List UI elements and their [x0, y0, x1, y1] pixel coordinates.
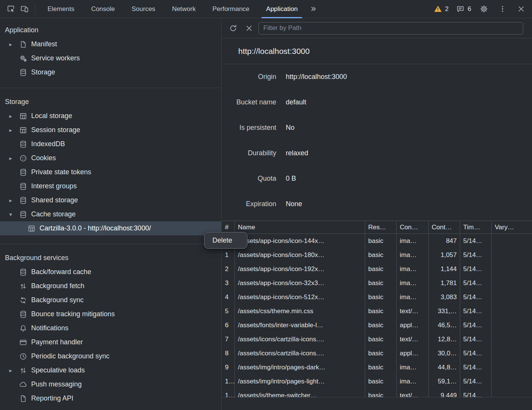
cell-time-cached: 5/14…: [460, 332, 492, 346]
chat-bubble-icon: [456, 2, 466, 16]
sidebar-item-background-fetch[interactable]: Background fetch: [0, 279, 221, 293]
column-header-content-type[interactable]: Con…: [397, 221, 429, 233]
cache-entry-row[interactable]: 6/assets/fonts/inter-variable-l…basicapp…: [222, 318, 532, 332]
message-count: 6: [468, 5, 471, 13]
cell-response-type: basic: [365, 304, 397, 318]
chevron-right-icon[interactable]: ▸: [5, 41, 16, 48]
chevron-right-icon[interactable]: ▸: [5, 155, 16, 162]
kebab-menu-icon[interactable]: [493, 2, 512, 16]
refresh-icon[interactable]: [226, 21, 239, 35]
sidebar-item-reporting-api[interactable]: Reporting API: [0, 391, 221, 405]
cache-table-header: #NameRes…Con…Cont…Tim…Vary…: [222, 221, 532, 234]
tab-sources[interactable]: Sources: [123, 0, 163, 18]
cell-content-type: ima…: [397, 374, 429, 388]
chevron-right-icon[interactable]: ▸: [5, 113, 16, 120]
sidebar-item-cookies[interactable]: ▸Cookies: [0, 151, 221, 165]
sidebar-item-push-messaging[interactable]: Push messaging: [0, 377, 221, 391]
sidebar-item-periodic-background-sync[interactable]: Periodic background sync: [0, 349, 221, 363]
cache-entry-row[interactable]: 4/assets/app-icons/icon-512x…basicima…3,…: [222, 290, 532, 304]
clear-filter-icon[interactable]: [242, 21, 255, 35]
cell-content-length: 3,083: [429, 290, 460, 304]
tab-performance[interactable]: Performance: [204, 0, 258, 18]
sidebar-item-cartzilla-3-0-0-http-localhost-3000[interactable]: Cartzilla-3.0.0 - http://localhost:3000/: [0, 221, 221, 235]
sidebar-item-label: Reporting API: [31, 394, 73, 402]
sidebar-item-background-sync[interactable]: Background sync: [0, 293, 221, 307]
column-header-content-length[interactable]: Cont…: [429, 221, 460, 233]
settings-gear-icon[interactable]: [475, 2, 493, 16]
devtools-toolbar: ElementsConsoleSourcesNetworkPerformance…: [0, 0, 532, 18]
cache-entry-row[interactable]: 1…/assets/img/intro/pages-light…basicima…: [222, 374, 532, 388]
sidebar-item-notifications[interactable]: Notifications: [0, 321, 221, 335]
sidebar-item-bounce-tracking-mitigations[interactable]: Bounce tracking mitigations: [0, 307, 221, 321]
sidebar-item-private-state-tokens[interactable]: Private state tokens: [0, 165, 221, 179]
sidebar-item-back-forward-cache[interactable]: Back/forward cache: [0, 265, 221, 279]
table-icon: [19, 112, 28, 121]
cell-vary-header: [492, 248, 532, 262]
cell-response-type: basic: [365, 248, 397, 262]
cell-name: /assets/app-icons/icon-192x…: [235, 262, 365, 276]
cell-name: /assets/app-icons/icon-180x…: [235, 248, 365, 262]
tab-network[interactable]: Network: [164, 0, 204, 18]
column-header-response-type[interactable]: Res…: [365, 221, 397, 233]
database-icon: [19, 182, 28, 191]
cache-entry-row[interactable]: 3/assets/app-icons/icon-32x3…basicima…1,…: [222, 276, 532, 290]
sidebar-item-service-workers[interactable]: Service workers: [0, 51, 221, 65]
sidebar-item-interest-groups[interactable]: Interest groups: [0, 179, 221, 193]
messages-badge[interactable]: 6: [452, 2, 475, 16]
tab-application[interactable]: Application: [258, 0, 306, 18]
sidebar-item-session-storage[interactable]: ▸Session storage: [0, 123, 221, 137]
sidebar-item-local-storage[interactable]: ▸Local storage: [0, 109, 221, 123]
cache-entry-row[interactable]: 0/assets/app-icons/icon-144x…basicima…84…: [222, 234, 532, 248]
sidebar-item-manifest[interactable]: ▸Manifest: [0, 37, 221, 51]
close-icon[interactable]: [512, 2, 530, 16]
chevron-right-icon[interactable]: ▸: [5, 367, 16, 374]
cell-response-type: basic: [365, 290, 397, 304]
sidebar-item-shared-storage[interactable]: ▸Shared storage: [0, 193, 221, 207]
tab-overflow-button[interactable]: [306, 2, 320, 16]
cache-entry-row[interactable]: 1…/assets/js/theme-switcher…basictext/…9…: [222, 388, 532, 397]
cache-entry-row[interactable]: 1/assets/app-icons/icon-180x…basicima…1,…: [222, 248, 532, 262]
meta-value: default: [286, 98, 532, 106]
database-icon: [19, 140, 28, 149]
sidebar-item-speculative-loads[interactable]: ▸Speculative loads: [0, 363, 221, 377]
chevron-right-icon[interactable]: ▸: [5, 197, 16, 204]
cell-time-cached: 5/14…: [460, 234, 492, 248]
context-menu-delete[interactable]: Delete: [212, 237, 232, 244]
sidebar-item-storage[interactable]: Storage: [0, 65, 221, 79]
database-icon: [19, 210, 28, 219]
column-header-vary-header[interactable]: Vary…: [492, 221, 532, 233]
column-header-time-cached[interactable]: Tim…: [460, 221, 492, 233]
chevron-down-icon[interactable]: ▾: [5, 211, 16, 218]
cell-vary-header: [492, 360, 532, 374]
cell-vary-header: [492, 276, 532, 290]
warnings-badge[interactable]: 2: [429, 2, 452, 16]
chevron-right-icon[interactable]: ▸: [5, 127, 16, 134]
tab-console[interactable]: Console: [83, 0, 123, 18]
cell-index: 2: [222, 262, 235, 276]
cell-vary-header: [492, 374, 532, 388]
section-title-application: Application: [0, 23, 221, 37]
cache-entry-row[interactable]: 5/assets/css/theme.min.cssbasictext/…331…: [222, 304, 532, 318]
sidebar-item-label: Cookies: [31, 154, 56, 162]
cell-response-type: basic: [365, 318, 397, 332]
cache-entry-row[interactable]: 8/assets/icons/cartzilla-icons.…basicapp…: [222, 346, 532, 360]
cloud-icon: [19, 380, 28, 389]
column-header-name[interactable]: Name: [235, 221, 365, 233]
warning-icon: [433, 2, 443, 16]
cell-time-cached: 5/14…: [460, 374, 492, 388]
sidebar-item-indexeddb[interactable]: IndexedDB: [0, 137, 221, 151]
cache-entry-row[interactable]: 2/assets/app-icons/icon-192x…basicima…1,…: [222, 262, 532, 276]
cell-name: /assets/app-icons/icon-144x…: [235, 234, 365, 248]
sidebar-item-cache-storage[interactable]: ▾Cache storage: [0, 207, 221, 221]
cell-index: 7: [222, 332, 235, 346]
device-toolbar-icon[interactable]: [17, 2, 31, 16]
filter-input[interactable]: [258, 22, 523, 35]
cache-entry-row[interactable]: 7/assets/icons/cartzilla-icons.…basictex…: [222, 332, 532, 346]
panel-tabs: ElementsConsoleSourcesNetworkPerformance…: [39, 0, 306, 18]
cell-content-type: ima…: [397, 262, 429, 276]
sidebar-item-payment-handler[interactable]: Payment handler: [0, 335, 221, 349]
cache-entry-row[interactable]: 9/assets/img/intro/pages-dark…basicima…4…: [222, 360, 532, 374]
inspect-icon[interactable]: [4, 2, 17, 16]
tab-elements[interactable]: Elements: [39, 0, 83, 18]
status-cluster: 2 6: [429, 2, 532, 16]
